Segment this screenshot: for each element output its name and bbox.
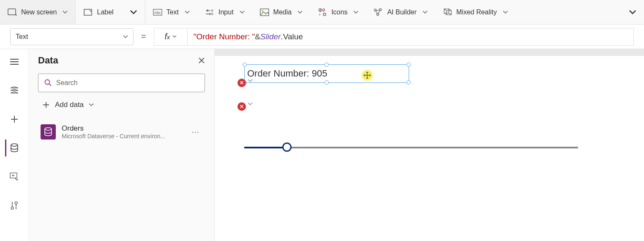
dataverse-icon — [41, 124, 56, 140]
left-icon-rail — [0, 49, 29, 241]
chevron-down-icon — [172, 35, 177, 38]
svg-rect-2 — [84, 9, 92, 15]
svg-point-19 — [45, 128, 52, 130]
input-tool-button[interactable]: Input — [197, 0, 252, 24]
chevron-down-icon — [63, 11, 68, 14]
ribbon-expand-button[interactable] — [621, 0, 644, 24]
slider-thumb[interactable] — [282, 142, 292, 152]
svg-text:Abc: Abc — [154, 11, 161, 15]
chevron-down-icon[interactable] — [248, 79, 253, 82]
chevron-down-icon — [240, 11, 245, 14]
chevron-down-icon — [297, 11, 303, 14]
slider-track — [244, 147, 578, 148]
svg-point-18 — [45, 80, 50, 85]
canvas-wrapper: Order Number: 905 ✕ ✕ — [215, 49, 644, 241]
add-data-button[interactable]: Add data — [38, 98, 205, 112]
main-area: Data Search Add data Orders — [0, 49, 644, 241]
mixed-reality-button[interactable]: Mixed Reality — [435, 0, 516, 24]
slider-control[interactable] — [244, 142, 578, 153]
svg-point-17 — [16, 179, 18, 181]
data-item-name: Orders — [62, 124, 183, 133]
data-source-list: Orders Microsoft Dataverse - Current env… — [38, 120, 205, 144]
new-screen-button[interactable]: + New screen — [0, 0, 75, 24]
ai-builder-icon — [374, 8, 383, 16]
mixed-reality-icon — [443, 8, 452, 16]
hamburger-button[interactable] — [6, 53, 23, 70]
text-tool-label: Text — [166, 8, 179, 16]
label-icon — [83, 8, 93, 16]
icons-tool-label: Icons — [331, 8, 347, 16]
svg-point-12 — [374, 9, 377, 11]
formula-variable: Slider — [260, 32, 281, 41]
plus-icon — [42, 101, 50, 109]
icons-icon: + — [318, 8, 327, 16]
svg-point-13 — [379, 8, 382, 11]
equals-sign: = — [139, 32, 148, 41]
search-input[interactable]: Search — [38, 74, 205, 92]
chevron-down-icon — [185, 11, 190, 14]
input-tool-label: Input — [218, 8, 234, 16]
media-tool-button[interactable]: Media — [252, 0, 311, 24]
tree-view-button[interactable] — [6, 82, 23, 99]
svg-point-11 — [323, 13, 326, 16]
text-tool-button[interactable]: Abc Text — [145, 0, 197, 24]
svg-point-6 — [211, 13, 213, 15]
property-selector[interactable]: Text — [10, 28, 134, 45]
icons-tool-button[interactable]: + Icons — [310, 0, 366, 24]
new-screen-label: New screen — [21, 8, 57, 16]
resize-handle[interactable] — [407, 63, 411, 67]
chevron-down-icon — [89, 103, 94, 107]
chevron-down-icon — [629, 10, 636, 15]
input-icon — [205, 8, 214, 16]
media-tool-label: Media — [273, 8, 292, 16]
label-tool-label: Label — [97, 8, 113, 16]
property-value: Text — [16, 33, 28, 41]
formula-property: .Value — [281, 32, 303, 41]
insert-button[interactable] — [6, 111, 23, 128]
ribbon-toolbar: + New screen Label Abc Text Input Media — [0, 0, 644, 25]
formula-bar: Text = fx "Order Number: " & Slider .Val… — [0, 25, 644, 49]
canvas[interactable]: Order Number: 905 ✕ ✕ — [215, 56, 644, 241]
svg-point-8 — [262, 10, 263, 12]
mixed-reality-label: Mixed Reality — [456, 8, 497, 16]
svg-text:+: + — [15, 13, 17, 16]
close-icon[interactable] — [198, 57, 205, 64]
svg-point-5 — [211, 10, 213, 11]
slider-fill — [244, 147, 287, 148]
tools-button[interactable] — [6, 197, 23, 214]
resize-handle[interactable] — [325, 80, 329, 85]
data-panel-title: Data — [38, 55, 58, 66]
formula-input[interactable]: "Order Number: " & Slider .Value — [188, 28, 634, 46]
search-placeholder: Search — [56, 79, 78, 87]
chevron-down-icon[interactable] — [248, 102, 253, 106]
add-data-label: Add data — [55, 101, 84, 109]
chevron-down-icon — [423, 11, 428, 14]
error-badge[interactable]: ✕ — [237, 102, 246, 111]
svg-point-15 — [11, 144, 18, 146]
search-icon — [44, 79, 52, 87]
resize-handle[interactable] — [407, 80, 411, 85]
screen-icon: + — [8, 8, 17, 16]
label-tool-button[interactable]: Label — [76, 0, 145, 24]
svg-text:+: + — [319, 13, 321, 16]
label-text: Order Number: 905 — [247, 68, 327, 79]
resize-handle[interactable] — [325, 63, 329, 67]
data-item-subtitle: Microsoft Dataverse - Current environ... — [62, 133, 183, 140]
chevron-down-icon — [130, 10, 137, 15]
media-panel-button[interactable] — [6, 168, 23, 185]
ai-builder-button[interactable]: AI Builder — [366, 0, 435, 24]
label-control-selected[interactable]: Order Number: 905 — [244, 64, 409, 83]
text-icon: Abc — [153, 8, 162, 16]
more-icon[interactable]: ⋯ — [189, 127, 202, 137]
error-badge[interactable]: ✕ — [237, 79, 246, 87]
fx-button[interactable]: fx — [154, 28, 188, 46]
formula-operator: & — [255, 32, 260, 41]
move-cursor-icon — [360, 68, 374, 82]
fx-icon: fx — [164, 32, 170, 41]
ai-builder-label: AI Builder — [387, 8, 416, 16]
data-source-item[interactable]: Orders Microsoft Dataverse - Current env… — [38, 120, 205, 144]
media-icon — [260, 8, 269, 16]
formula-string: "Order Number: " — [194, 32, 255, 41]
resize-handle[interactable] — [243, 63, 247, 67]
data-button[interactable] — [5, 140, 22, 156]
